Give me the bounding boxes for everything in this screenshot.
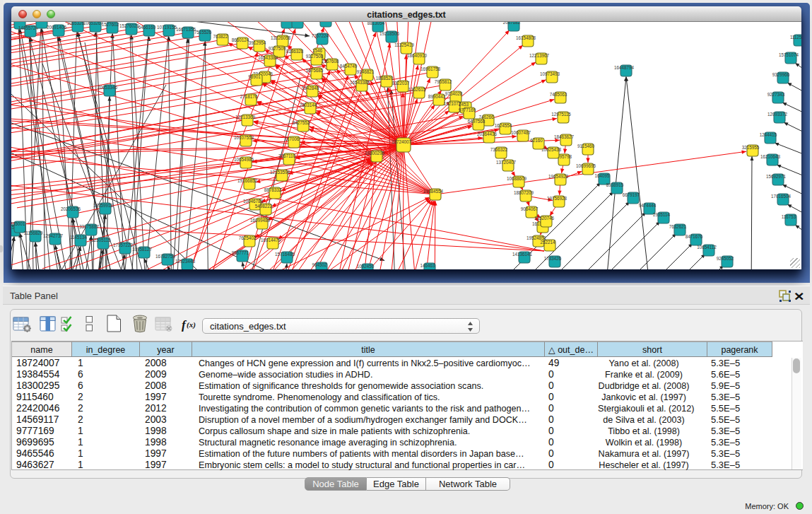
svg-text:1546: 1546: [312, 48, 323, 53]
svg-text:1362615: 1362615: [408, 87, 426, 92]
svg-text:16543382: 16543382: [258, 55, 278, 60]
svg-text:9245052: 9245052: [717, 256, 734, 261]
svg-text:3215955: 3215955: [742, 145, 760, 150]
svg-text:15716485: 15716485: [275, 252, 295, 257]
svg-text:1405572: 1405572: [11, 22, 27, 23]
svg-text:10699695: 10699695: [576, 163, 596, 168]
svg-text:18807209: 18807209: [514, 190, 534, 195]
svg-text:18640910: 18640910: [407, 53, 428, 58]
svg-text:18463627: 18463627: [554, 134, 575, 139]
svg-text:146463: 146463: [420, 263, 435, 268]
svg-text:8938915: 8938915: [606, 182, 624, 187]
svg-text:9777169: 9777169: [459, 107, 476, 112]
svg-text:7632621: 7632621: [669, 224, 687, 229]
svg-text:7515526: 7515526: [194, 30, 212, 35]
svg-text:7485063: 7485063: [550, 92, 567, 97]
svg-text:7625402: 7625402: [239, 235, 257, 240]
svg-text:10973493: 10973493: [540, 71, 560, 76]
svg-text:9084067: 9084067: [521, 206, 539, 211]
svg-text:20206536: 20206536: [61, 206, 81, 211]
svg-text:9329966: 9329966: [772, 72, 790, 77]
svg-text:20364436: 20364436: [477, 132, 498, 136]
svg-text:8471676: 8471676: [686, 234, 703, 239]
svg-text:9242848: 9242848: [302, 86, 319, 90]
svg-text:1527602: 1527602: [102, 22, 119, 27]
svg-text:1145134: 1145134: [70, 235, 88, 240]
svg-text:9327509: 9327509: [269, 46, 286, 51]
svg-text:14136141: 14136141: [512, 252, 533, 257]
svg-text:1092450: 1092450: [357, 264, 375, 269]
svg-text:5498222: 5498222: [255, 204, 273, 209]
svg-text:19218506: 19218506: [379, 31, 400, 36]
svg-text:7955812: 7955812: [435, 79, 452, 84]
svg-text:835001: 835001: [11, 221, 25, 226]
svg-text:252214: 252214: [540, 240, 555, 245]
svg-text:16448794: 16448794: [614, 65, 635, 70]
svg-text:16210643: 16210643: [760, 154, 781, 159]
svg-text:12923443: 12923443: [175, 259, 196, 264]
svg-text:2935114: 2935114: [653, 212, 671, 217]
svg-text:13226058: 13226058: [271, 35, 291, 40]
svg-text:18724007: 18724007: [392, 139, 412, 144]
svg-text:17016504: 17016504: [771, 194, 792, 199]
svg-text:19654923: 19654923: [548, 174, 569, 179]
svg-text:7357224: 7357224: [312, 33, 329, 38]
svg-text:12353594: 12353594: [270, 170, 290, 175]
svg-text:2803144: 2803144: [300, 103, 317, 107]
svg-text:9474444: 9474444: [639, 203, 657, 208]
svg-text:8322037: 8322037: [392, 81, 410, 86]
svg-text:8878332: 8878332: [264, 187, 282, 192]
svg-text:20091406: 20091406: [47, 25, 67, 30]
svg-text:17359918: 17359918: [93, 203, 114, 208]
svg-text:8427552: 8427552: [293, 120, 310, 125]
svg-text:164095: 164095: [594, 173, 610, 178]
svg-text:12213967: 12213967: [529, 53, 550, 58]
svg-text:964502: 964502: [312, 262, 327, 267]
svg-text:15692971: 15692971: [766, 174, 787, 179]
svg-text:10654985: 10654985: [234, 157, 254, 162]
svg-text:1888520: 1888520: [376, 76, 394, 81]
svg-text:19166852: 19166852: [237, 178, 258, 183]
svg-text:12093372: 12093372: [767, 112, 788, 117]
svg-text:9146821: 9146821: [357, 69, 375, 74]
svg-text:10046788: 10046788: [243, 199, 264, 204]
svg-text:20053346: 20053346: [98, 85, 118, 90]
svg-text:2453: 2453: [459, 102, 469, 107]
svg-text:9327508: 9327508: [306, 54, 324, 59]
svg-text:16782759: 16782759: [155, 254, 176, 259]
svg-text:12975115: 12975115: [551, 112, 571, 117]
svg-text:12942737: 12942737: [43, 233, 64, 238]
svg-text:9734028: 9734028: [445, 91, 463, 96]
svg-text:17957223: 17957223: [113, 243, 134, 247]
svg-text:8660124: 8660124: [232, 37, 249, 42]
svg-text:6466160: 6466160: [139, 25, 156, 30]
svg-text:16961758: 16961758: [420, 66, 441, 71]
svg-text:6679197: 6679197: [623, 192, 640, 197]
svg-text:3912954: 3912954: [249, 40, 266, 45]
svg-text:3267110: 3267110: [278, 153, 296, 158]
svg-text:8813054: 8813054: [367, 22, 385, 25]
svg-text:18300295: 18300295: [365, 151, 385, 156]
svg-text:10653267: 10653267: [83, 22, 104, 25]
svg-text:1244415: 1244415: [760, 132, 777, 137]
svg-text:16154808: 16154808: [516, 35, 536, 40]
svg-text:11325419: 11325419: [394, 42, 414, 47]
svg-text:8186328: 8186328: [286, 49, 304, 54]
svg-text:9857771: 9857771: [232, 250, 249, 255]
svg-text:16914479: 16914479: [261, 238, 281, 243]
svg-text:16671355: 16671355: [176, 27, 196, 32]
svg-text:19384554: 19384554: [423, 189, 444, 194]
svg-text:12505115: 12505115: [91, 238, 111, 243]
svg-text:111254: 111254: [790, 35, 801, 40]
svg-text:(x): (x): [187, 320, 196, 329]
svg-text:13720407: 13720407: [496, 160, 517, 165]
svg-text:11156829: 11156829: [23, 230, 43, 235]
svg-text:10688609: 10688609: [507, 176, 527, 181]
svg-text:13520746: 13520746: [534, 216, 555, 221]
svg-text:1065326: 1065326: [67, 22, 85, 25]
svg-text:16543382: 16543382: [350, 80, 370, 85]
svg-text:6497568: 6497568: [468, 119, 486, 124]
svg-text:117006: 117006: [285, 136, 300, 141]
svg-text:8454749: 8454749: [340, 64, 358, 69]
svg-text:2718176: 2718176: [240, 94, 258, 99]
